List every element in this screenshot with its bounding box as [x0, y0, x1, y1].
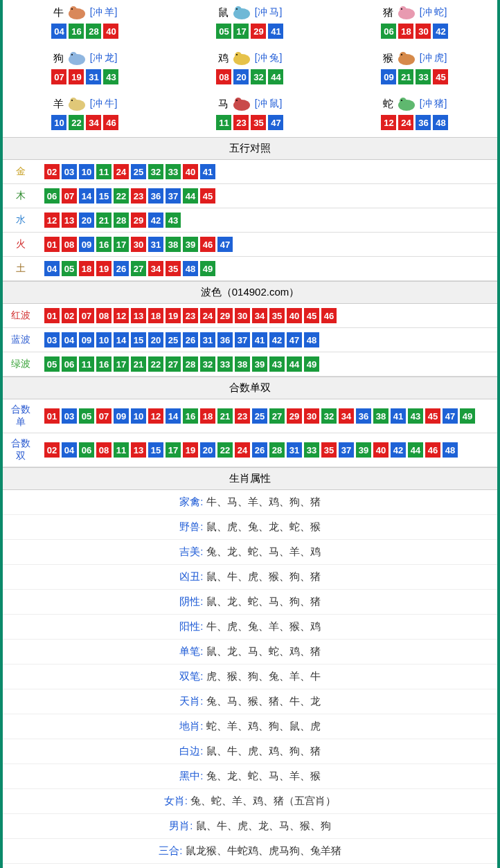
- section-header-heshu: 合数单双: [3, 377, 497, 399]
- number-ball: 03: [62, 408, 77, 424]
- number-ball: 17: [233, 24, 249, 39]
- zodiac-sub: [冲 蛇]: [420, 6, 447, 19]
- number-ball: 23: [233, 115, 249, 130]
- goat-icon: [65, 96, 89, 112]
- svg-point-19: [70, 98, 77, 105]
- row-numbers: 06071415222336374445: [39, 184, 497, 208]
- number-ball: 25: [166, 332, 181, 347]
- zodiac-name: 羊: [53, 98, 64, 111]
- number-ball: 21: [96, 213, 111, 228]
- number-ball: 33: [304, 442, 319, 458]
- number-ball: 35: [166, 261, 181, 276]
- number-ball: 32: [200, 356, 215, 372]
- svg-point-25: [400, 98, 407, 105]
- number-ball: 44: [268, 69, 283, 84]
- number-ball: 27: [166, 356, 181, 372]
- attr-value: 兔、蛇、羊、鸡、猪（五宫肖）: [190, 795, 336, 806]
- number-ball: 29: [131, 213, 146, 228]
- attr-row: 单笔: 鼠、龙、马、蛇、鸡、猪: [3, 640, 497, 664]
- number-ball: 20: [200, 442, 215, 458]
- number-ball: 44: [408, 442, 423, 458]
- table-row: 木06071415222336374445: [3, 184, 497, 208]
- attr-key: 凶丑:: [179, 570, 206, 582]
- number-ball: 32: [148, 164, 163, 179]
- zodiac-grid: 牛[冲 羊]04162840鼠[冲 马]05172941猪[冲 蛇]061830…: [3, 0, 497, 137]
- number-ball: 01: [44, 408, 60, 424]
- number-ball: 30: [235, 308, 250, 323]
- number-ball: 12: [114, 308, 129, 323]
- row-numbers: 0108091617303138394647: [39, 233, 497, 257]
- number-ball: 47: [217, 237, 233, 252]
- attr-row: 双笔: 虎、猴、狗、兔、羊、牛: [3, 664, 497, 689]
- number-ball: 23: [183, 308, 198, 323]
- number-ball: 10: [96, 332, 111, 347]
- number-ball: 39: [183, 237, 198, 252]
- number-ball: 30: [131, 237, 146, 252]
- attr-key: 家禽:: [179, 496, 206, 507]
- number-ball: 16: [69, 24, 84, 39]
- number-ball: 46: [321, 308, 337, 323]
- number-ball: 07: [51, 69, 66, 84]
- number-ball: 41: [200, 164, 215, 179]
- number-ball: 13: [62, 213, 77, 228]
- row-label: 绿波: [3, 352, 39, 377]
- svg-point-7: [400, 6, 407, 13]
- zodiac-sub: [冲 羊]: [90, 6, 118, 19]
- table-row: 绿波05061116172122272832333839434449: [3, 352, 497, 377]
- row-numbers: 02031011242532334041: [39, 160, 497, 184]
- number-ball: 34: [339, 408, 354, 424]
- attr-key: 阳性:: [179, 620, 206, 632]
- number-ball: 31: [148, 237, 163, 252]
- svg-point-20: [71, 100, 73, 101]
- number-ball: 37: [166, 188, 181, 204]
- number-ball: 05: [62, 261, 77, 276]
- number-ball: 02: [44, 164, 60, 179]
- table-row: 水1213202128294243: [3, 208, 497, 233]
- number-ball: 04: [62, 332, 77, 347]
- attr-value: 牛、马、羊、鸡、狗、猪: [206, 496, 321, 507]
- zodiac-sub: [冲 兔]: [255, 52, 283, 64]
- number-ball: 42: [391, 442, 406, 458]
- attr-row: 白边: 鼠、牛、虎、鸡、狗、猪: [3, 739, 497, 764]
- number-ball: 48: [304, 332, 319, 347]
- svg-point-26: [401, 100, 402, 101]
- number-ball: 18: [398, 24, 413, 39]
- number-ball: 14: [114, 332, 129, 347]
- number-ball: 40: [373, 442, 389, 458]
- number-ball: 45: [304, 308, 319, 323]
- table-row: 蓝波03040910141520252631363741424748: [3, 328, 497, 352]
- number-ball: 02: [44, 442, 60, 458]
- ox-icon: [65, 4, 89, 21]
- zodiac-name: 牛: [53, 6, 64, 19]
- zodiac-name: 猴: [383, 52, 393, 65]
- row-label: 木: [3, 184, 39, 208]
- attr-value: 鼠、牛、虎、龙、马、猴、狗: [196, 820, 331, 831]
- number-ball: 27: [131, 261, 146, 276]
- attr-row: 阴性: 鼠、龙、蛇、马、狗、猪: [3, 590, 497, 615]
- attr-key: 阴性:: [179, 595, 206, 607]
- number-ball: 40: [183, 164, 198, 179]
- number-ball: 43: [103, 69, 118, 84]
- attr-key: 地肖:: [179, 720, 206, 732]
- attr-row: 地肖: 蛇、羊、鸡、狗、鼠、虎: [3, 714, 497, 739]
- pig-icon: [395, 4, 418, 21]
- zodiac-sub: [冲 龙]: [90, 52, 118, 64]
- horse-icon: [230, 96, 253, 112]
- zodiac-name: 马: [218, 98, 229, 111]
- number-ball: 32: [321, 408, 337, 424]
- svg-point-11: [71, 54, 73, 55]
- zodiac-cell: 羊[冲 牛]10223446: [3, 91, 168, 137]
- table-row: 金02031011242532334041: [3, 160, 497, 184]
- row-numbers: 05061116172122272832333839434449: [39, 352, 497, 377]
- zodiac-cell: 马[冲 鼠]11233547: [168, 91, 332, 137]
- number-ball: 26: [183, 332, 198, 347]
- number-ball: 14: [79, 188, 94, 204]
- svg-point-14: [236, 54, 238, 55]
- number-ball: 22: [69, 115, 84, 130]
- number-ball: 26: [114, 261, 129, 276]
- zodiac-name: 狗: [53, 52, 64, 65]
- zodiac-cell: 鸡[冲 兔]08203244: [168, 46, 332, 91]
- table-row: 土04051819262734354849: [3, 257, 497, 281]
- zodiac-name: 鼠: [218, 6, 229, 19]
- number-ball: 48: [183, 261, 198, 276]
